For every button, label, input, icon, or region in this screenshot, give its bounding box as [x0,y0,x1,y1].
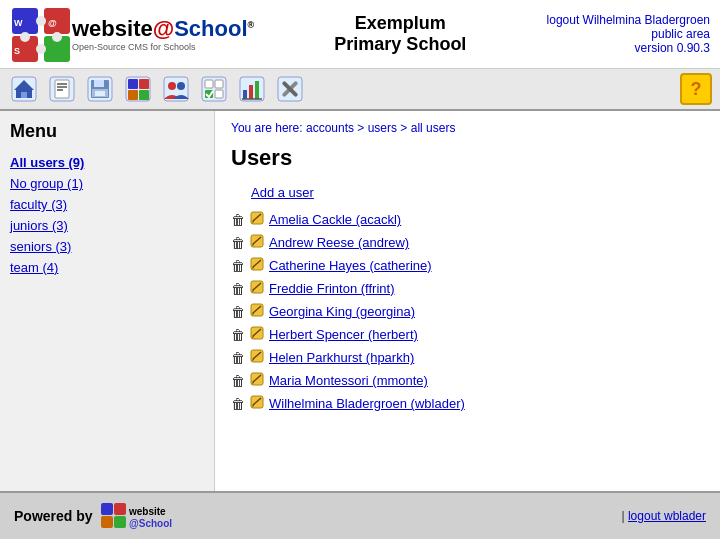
content: You are here: accounts > users > all use… [215,111,720,491]
user-name-link[interactable]: Herbert Spencer (herbert) [269,327,418,342]
delete-user-icon[interactable]: 🗑 [231,327,245,343]
add-user-link[interactable]: Add a user [251,185,704,200]
tools-icon[interactable] [274,73,306,105]
logo-container: W @ S website@School® Open-Source CMS fo… [10,6,254,62]
user-name-link[interactable]: Wilhelmina Bladergroen (wblader) [269,396,465,411]
svg-point-6 [20,32,30,42]
toolbar: ? [0,69,720,111]
logo-text-block: website@School® Open-Source CMS for Scho… [72,16,254,52]
footer-logo-icon: website @School [99,501,189,531]
user-list: 🗑Amelia Cackle (acackl)🗑Andrew Reese (an… [231,208,704,415]
user-list-item: 🗑Georgina King (georgina) [231,300,704,323]
page-icon[interactable] [46,73,78,105]
svg-rect-39 [249,85,253,99]
puzzle-icon[interactable] [122,73,154,105]
bar-chart-icon[interactable] [236,73,268,105]
svg-point-30 [168,82,176,90]
sidebar-item-all-users[interactable]: All users (9) [10,154,204,171]
user-info: logout Wilhelmina Bladergroen public are… [547,13,710,55]
sidebar-item-faculty[interactable]: faculty (3) [10,196,204,213]
svg-rect-72 [101,503,113,515]
svg-rect-13 [21,92,27,98]
user-list-item: 🗑Amelia Cackle (acackl) [231,208,704,231]
user-name-link[interactable]: Helen Parkhurst (hparkh) [269,350,414,365]
svg-point-31 [177,82,185,90]
sidebar-item-no-group[interactable]: No group (1) [10,175,204,192]
svg-rect-38 [243,90,247,99]
header: W @ S website@School® Open-Source CMS fo… [0,0,720,69]
users-toolbar-icon[interactable] [160,73,192,105]
svg-rect-34 [215,80,223,88]
user-list-item: 🗑Maria Montessori (mmonte) [231,369,704,392]
sidebar: Menu All users (9)No group (1)faculty (3… [0,111,215,491]
svg-rect-25 [128,79,138,89]
delete-user-icon[interactable]: 🗑 [231,373,245,389]
edit-user-icon[interactable] [249,348,265,367]
user-name-link[interactable]: Andrew Reese (andrew) [269,235,409,250]
logo-icon: W @ S [10,6,72,62]
svg-text:website: website [128,506,166,517]
svg-point-5 [36,44,46,54]
save-icon[interactable] [84,73,116,105]
user-list-item: 🗑Andrew Reese (andrew) [231,231,704,254]
sidebar-item-juniors[interactable]: juniors (3) [10,217,204,234]
user-list-item: 🗑Wilhelmina Bladergroen (wblader) [231,392,704,415]
svg-rect-26 [139,79,149,89]
home-icon[interactable] [8,73,40,105]
sidebar-title: Menu [10,121,204,142]
footer: Powered by website @School | logout wbla… [0,491,720,539]
edit-user-icon[interactable] [249,325,265,344]
footer-left: Powered by website @School [14,501,189,531]
user-name-link[interactable]: Catherine Hayes (catherine) [269,258,432,273]
svg-rect-15 [55,80,69,98]
delete-user-icon[interactable]: 🗑 [231,258,245,274]
sidebar-nav: All users (9)No group (1)faculty (3)juni… [10,154,204,276]
delete-user-icon[interactable]: 🗑 [231,235,245,251]
svg-point-7 [52,32,62,42]
check-icon[interactable] [198,73,230,105]
svg-rect-73 [114,503,126,515]
edit-user-icon[interactable] [249,233,265,252]
svg-rect-27 [128,90,138,100]
svg-point-4 [36,16,46,26]
user-name-link[interactable]: Georgina King (georgina) [269,304,415,319]
edit-user-icon[interactable] [249,210,265,229]
breadcrumb: You are here: accounts > users > all use… [231,121,704,135]
page-title: Users [231,145,704,171]
user-name-link[interactable]: Maria Montessori (mmonte) [269,373,428,388]
edit-user-icon[interactable] [249,394,265,413]
svg-rect-33 [205,80,213,88]
svg-rect-28 [139,90,149,100]
delete-user-icon[interactable]: 🗑 [231,281,245,297]
svg-rect-21 [94,80,104,87]
edit-user-icon[interactable] [249,256,265,275]
user-list-item: 🗑Freddie Frinton (ffrint) [231,277,704,300]
svg-rect-23 [95,91,105,96]
edit-user-icon[interactable] [249,302,265,321]
delete-user-icon[interactable]: 🗑 [231,304,245,320]
footer-right: | logout wblader [621,509,706,523]
svg-rect-75 [114,516,126,528]
toolbar-icons [8,73,306,105]
svg-rect-40 [255,81,259,99]
user-name-link[interactable]: Freddie Frinton (ffrint) [269,281,394,296]
delete-user-icon[interactable]: 🗑 [231,350,245,366]
user-name-link[interactable]: Amelia Cackle (acackl) [269,212,401,227]
logo-tagline: Open-Source CMS for Schools [72,42,254,52]
edit-user-icon[interactable] [249,279,265,298]
site-title: Exemplum Primary School [254,13,546,55]
svg-rect-74 [101,516,113,528]
main-layout: Menu All users (9)No group (1)faculty (3… [0,111,720,491]
svg-text:W: W [14,18,23,28]
user-list-item: 🗑Herbert Spencer (herbert) [231,323,704,346]
delete-user-icon[interactable]: 🗑 [231,396,245,412]
sidebar-item-team[interactable]: team (4) [10,259,204,276]
help-icon[interactable]: ? [680,73,712,105]
edit-user-icon[interactable] [249,371,265,390]
svg-text:S: S [14,46,20,56]
sidebar-item-seniors[interactable]: seniors (3) [10,238,204,255]
logout-link[interactable]: logout wblader [628,509,706,523]
svg-text:@: @ [48,18,57,28]
delete-user-icon[interactable]: 🗑 [231,212,245,228]
svg-rect-36 [215,90,223,98]
